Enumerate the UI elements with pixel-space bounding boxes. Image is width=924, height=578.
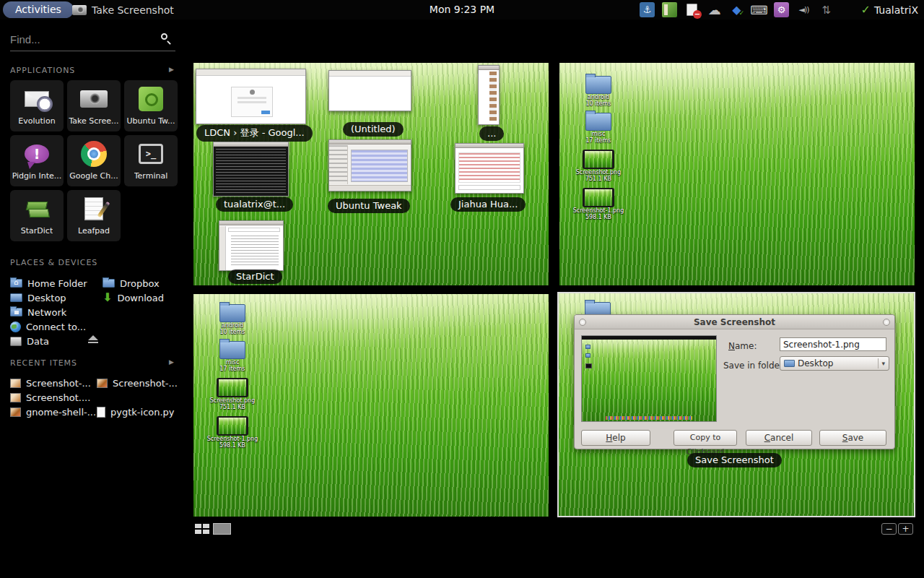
app-tile-ubuntu-tweak[interactable]: Ubuntu Tw...: [124, 80, 178, 131]
desktop-icon-image[interactable]: Screenshot-1.png 598.1 KB: [206, 416, 258, 449]
pidgin-icon: !: [25, 144, 49, 163]
chevron-down-icon: ▾: [881, 360, 885, 367]
applications-header: APPLICATIONS ▶: [10, 66, 175, 75]
cloud-storage-icon[interactable]: ☁: [707, 2, 722, 17]
save-screenshot-dialog[interactable]: Save Screenshot Name: Save in folder: De…: [574, 314, 895, 449]
dialog-titlebar[interactable]: Save Screenshot: [575, 315, 894, 329]
applications-expand-icon[interactable]: ▶: [169, 66, 175, 75]
anchor-applet-icon[interactable]: ⚓: [640, 2, 655, 17]
window-label-stardict[interactable]: StarDict: [228, 269, 282, 284]
window-chat[interactable]: [455, 143, 524, 194]
window-label-chat[interactable]: Jiahua Hua...: [450, 197, 526, 212]
search-icon[interactable]: [161, 33, 167, 40]
recent-expand-icon[interactable]: ▶: [169, 358, 175, 368]
network-folder-icon: [10, 308, 22, 316]
window-label-browser[interactable]: LDCN › 登录 - Googl...: [196, 125, 313, 142]
window-label-tweak[interactable]: Ubuntu Tweak: [328, 199, 410, 213]
window-label-buddy[interactable]: ...: [479, 126, 504, 141]
volume-icon[interactable]: ◄)): [796, 2, 811, 17]
recent-item[interactable]: Screenshot-...: [10, 376, 91, 389]
workspace-3[interactable]: android 10 items misc 17 items Screensho…: [193, 294, 549, 517]
user-menu[interactable]: ✓ TualatriX: [861, 0, 918, 20]
desktop-icon-folder[interactable]: android 10 items: [572, 76, 624, 107]
desktop-icon-image[interactable]: Screenshot.png 751.1 KB: [572, 150, 624, 182]
window-buddy-list[interactable]: [478, 65, 500, 125]
home-folder-icon: [10, 279, 22, 288]
app-tile-pidgin[interactable]: ! Pidgin Inte...: [10, 135, 64, 186]
save-button[interactable]: Save: [819, 430, 886, 446]
username: TualatriX: [874, 4, 918, 16]
desktop-folder-icon: [10, 293, 22, 302]
terminal-icon: >_: [139, 144, 163, 164]
notes-blocked-icon[interactable]: [687, 4, 697, 16]
globe-icon: [10, 322, 21, 332]
recent-item[interactable]: Screenshot....: [10, 391, 90, 404]
image-file-icon: [10, 379, 21, 388]
status-check-icon: ✓: [861, 3, 871, 17]
window-ubuntu-tweak[interactable]: [328, 139, 411, 191]
desktop-icon-folder[interactable]: misc 17 items: [206, 341, 258, 372]
keyboard-indicator-icon[interactable]: ⌨: [751, 2, 767, 17]
top-bar: Mon 9:23 PM Activities Take Screenshot ⚓…: [0, 0, 924, 20]
eject-icon: [88, 335, 98, 340]
workspace-1[interactable]: LDCN › 登录 - Googl... (Untitled) ... tual…: [193, 63, 549, 285]
search-input[interactable]: [10, 29, 173, 49]
window-label-save-screenshot[interactable]: Save Screenshot: [687, 453, 782, 467]
activities-button[interactable]: Activities: [3, 1, 74, 18]
recent-item[interactable]: Screenshot-...: [97, 376, 178, 389]
place-network[interactable]: Network: [10, 306, 66, 319]
place-download[interactable]: ⬇ Download: [103, 291, 164, 304]
window-untitled[interactable]: [328, 70, 411, 111]
app-grid: Evolution Take Scree... Ubuntu Tw... ! P…: [10, 80, 178, 241]
remove-workspace-button[interactable]: −: [881, 523, 897, 535]
desktop-icon-image[interactable]: Screenshot-1.png 598.1 KB: [572, 188, 624, 220]
grid-view-toggle[interactable]: [195, 524, 210, 535]
ubuntu-tweak-tray-icon[interactable]: ⚙: [774, 2, 789, 17]
help-button[interactable]: Help: [581, 430, 650, 446]
cancel-button[interactable]: Cancel: [746, 430, 812, 446]
folder-dropdown[interactable]: Desktop ▾: [780, 356, 889, 371]
app-tile-take-screenshot[interactable]: Take Scree...: [67, 80, 121, 131]
folder-icon: [784, 360, 795, 367]
stardict-tray-icon[interactable]: [662, 2, 677, 17]
place-dropbox[interactable]: Dropbox: [103, 277, 160, 290]
window-browser[interactable]: [196, 69, 306, 124]
app-tile-leafpad[interactable]: Leafpad: [67, 190, 121, 241]
dialog-corner-button-right[interactable]: [883, 319, 890, 326]
dialog-corner-button-left[interactable]: [579, 319, 586, 326]
dropbox-tray-icon[interactable]: ◆: [729, 2, 744, 17]
image-thumbnail-icon: [583, 188, 614, 207]
place-desktop[interactable]: Desktop: [10, 291, 66, 304]
add-workspace-button[interactable]: +: [898, 523, 913, 535]
recent-item[interactable]: gnome-shell-...: [10, 405, 96, 418]
copy-to-clipboard-button[interactable]: Copy to Clipboard: [674, 430, 737, 446]
window-stardict[interactable]: [219, 220, 284, 271]
search-underline: [10, 51, 175, 51]
filename-input[interactable]: [780, 337, 886, 351]
window-label-terminal[interactable]: tualatrix@t...: [216, 197, 293, 212]
workspace-4-active[interactable]: Save Screenshot Name: Save in folder: De…: [557, 292, 915, 517]
window-label-untitled[interactable]: (Untitled): [343, 122, 404, 137]
place-home-folder[interactable]: Home Folder: [10, 277, 87, 290]
recent-item[interactable]: pygtk-icon.py: [97, 405, 175, 418]
desktop-icon-folder[interactable]: android 10 items: [206, 304, 258, 335]
search-box[interactable]: [10, 29, 173, 49]
image-file-icon: [97, 379, 108, 388]
name-label: Name:: [728, 341, 757, 351]
app-tile-evolution[interactable]: Evolution: [10, 80, 64, 131]
place-data[interactable]: Data: [10, 335, 49, 348]
app-tile-stardict[interactable]: StarDict: [10, 190, 64, 241]
desktop-icon-image[interactable]: Screenshot.png 751.1 KB: [206, 378, 258, 410]
app-tile-terminal[interactable]: >_ Terminal: [124, 135, 178, 186]
single-view-toggle[interactable]: [213, 523, 231, 535]
desktop-icon-folder[interactable]: misc 17 items: [572, 113, 624, 144]
eject-button[interactable]: [87, 335, 99, 344]
folder-icon: [585, 113, 611, 131]
app-tile-chrome[interactable]: Google Ch...: [67, 135, 121, 186]
focused-app-menu[interactable]: Take Screenshot: [72, 0, 174, 20]
workspace-2[interactable]: android 10 items misc 17 items Screensho…: [559, 63, 915, 285]
place-connect-to[interactable]: Connect to...: [10, 320, 86, 333]
evolution-icon: [25, 91, 49, 107]
window-terminal[interactable]: [213, 142, 289, 197]
network-transfer-icon[interactable]: ⇅: [819, 2, 834, 17]
